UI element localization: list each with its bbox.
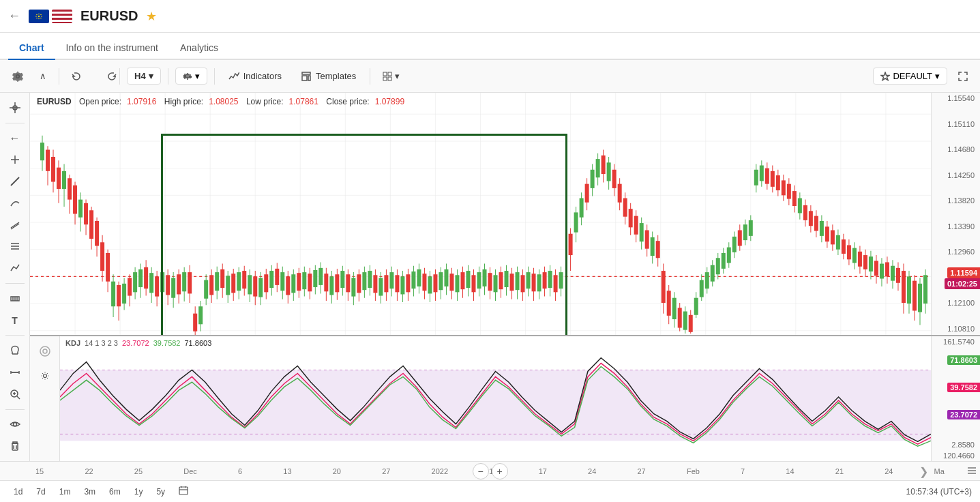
back-button[interactable]: ← [8,9,20,23]
templates-button[interactable]: Templates [294,68,363,85]
undo-button[interactable] [66,69,87,84]
tab-bar: Chart Info on the instrument Analytics [0,33,980,60]
line-tool[interactable] [4,172,26,191]
svg-rect-151 [226,276,230,295]
kdj-chart[interactable]: KDJ 14 1 3 2 3 23.7072 39.7582 71.8603 [60,336,931,461]
axis-date-18: Ma [934,467,945,475]
eye-tool[interactable] [4,415,26,434]
kdj-level-0: 161.5740 [934,338,977,346]
svg-rect-145 [209,275,213,295]
kdj-d-value: 39.7582 [153,339,181,347]
svg-rect-291 [612,170,617,188]
svg-point-48 [13,423,16,426]
redo-button[interactable] [92,69,113,84]
indicators-button[interactable]: Indicators [222,68,288,85]
tf-7d[interactable]: 7d [31,485,50,499]
zoom-tool[interactable] [4,385,26,404]
tf-6m[interactable]: 6m [104,485,126,499]
default-button[interactable]: DEFAULT ▾ [873,68,947,85]
svg-rect-365 [814,216,818,231]
svg-rect-111 [117,285,121,306]
svg-rect-175 [291,274,295,293]
svg-rect-117 [133,272,137,292]
grid-button[interactable]: ▾ [377,68,405,84]
svg-rect-129 [166,275,170,295]
svg-rect-119 [138,269,143,287]
svg-rect-281 [585,184,589,203]
arrow-tool[interactable]: ← [4,129,26,148]
svg-rect-169 [275,269,279,285]
svg-rect-247 [488,273,492,291]
svg-rect-143 [204,280,208,299]
tf-calendar[interactable] [173,484,194,499]
tf-1d[interactable]: 1d [8,485,28,499]
svg-rect-351 [776,175,780,190]
measure-tool[interactable] [4,289,26,308]
plus-tool[interactable] [4,150,26,169]
zoom-controls: − + [473,463,508,479]
delete-tool[interactable] [4,437,26,456]
magnet-tool[interactable] [4,341,26,360]
crosshair-tool[interactable] [4,98,26,117]
scroll-right-button[interactable]: ❯ [919,464,928,477]
svg-point-4 [41,16,42,17]
svg-rect-303 [645,231,649,249]
svg-rect-375 [842,239,846,254]
channel-tool[interactable] [4,216,26,235]
axis-date-3: Dec [183,467,197,475]
axis-date-8: 2022 [432,467,448,475]
indicator-visibility-toggle[interactable] [34,340,56,362]
tf-5y[interactable]: 5y [151,485,170,499]
svg-rect-235 [455,275,459,292]
timeframe-button[interactable]: H4 ▾ [127,68,161,85]
zoom-out-button[interactable]: − [473,463,489,479]
svg-rect-163 [258,278,263,297]
svg-rect-83 [40,143,44,160]
settings-button[interactable] [7,68,29,85]
svg-rect-161 [253,276,257,296]
indicator-settings-btn[interactable] [34,365,56,387]
svg-rect-265 [537,274,541,291]
timer-badge: 01:02:25 [945,278,980,289]
svg-rect-239 [466,271,470,288]
ruler-tool[interactable] [4,363,26,382]
svg-rect-271 [554,275,558,292]
collapse-button[interactable]: ∧ [34,68,52,84]
kdj-svg [60,336,931,461]
svg-rect-263 [532,274,536,291]
svg-rect-101 [89,210,93,239]
svg-rect-173 [286,276,290,295]
favorite-star[interactable]: ★ [146,9,157,24]
candlestick-chart[interactable]: EURUSD Open price:1.07916 High price:1.0… [30,93,931,335]
tf-1y[interactable]: 1y [129,485,149,499]
svg-rect-183 [313,270,317,287]
tf-3m[interactable]: 3m [78,485,101,499]
axis-date-5: 13 [283,467,291,475]
svg-rect-329 [716,258,720,274]
svg-rect-369 [825,226,829,241]
tab-analytics[interactable]: Analytics [169,37,229,60]
tf-1m[interactable]: 1m [54,485,76,499]
axis-settings-button[interactable] [966,465,977,477]
zoom-in-button[interactable]: + [492,463,508,479]
fibonacci-tool[interactable] [4,237,26,256]
separator-5 [370,68,370,85]
curve-tool[interactable] [4,194,26,213]
axis-date-4: 6 [238,467,242,475]
svg-rect-203 [368,271,372,288]
fullscreen-button[interactable] [953,69,973,84]
tab-chart[interactable]: Chart [8,37,55,60]
svg-rect-295 [623,198,627,217]
text-tool[interactable]: T [4,311,26,330]
pattern-tool[interactable] [4,259,26,278]
tab-info[interactable]: Info on the instrument [55,37,169,60]
svg-rect-177 [297,273,301,291]
svg-point-3 [40,14,42,15]
kdj-d-badge: 39.7582 [947,383,980,392]
kdj-params: 14 1 3 2 3 [85,339,118,347]
svg-rect-405 [923,275,927,304]
svg-rect-141 [198,306,203,324]
svg-rect-153 [231,274,235,293]
chart-type-button[interactable]: ▾ [175,68,207,85]
svg-rect-109 [111,282,115,307]
